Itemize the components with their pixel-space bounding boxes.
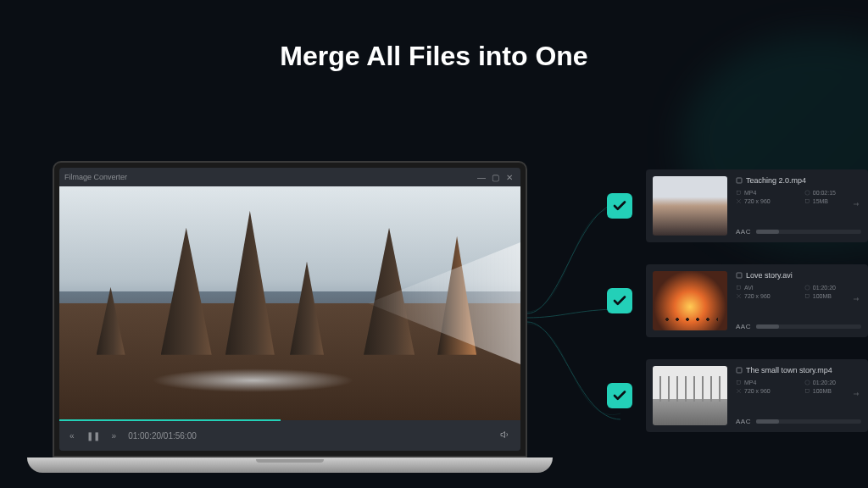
skip-back-button[interactable]: « — [70, 431, 75, 441]
file-checkbox[interactable] — [607, 193, 632, 219]
format-icon — [736, 190, 742, 196]
window-controls: — ▢ ✕ — [476, 173, 515, 182]
file-thumbnail — [653, 176, 727, 236]
file-duration: 01:20:20 — [813, 380, 836, 385]
svg-point-11 — [805, 380, 810, 385]
file-format: AVI — [744, 285, 754, 291]
file-thumbnail — [653, 271, 727, 330]
svg-rect-9 — [737, 368, 742, 373]
file-resolution: 720 x 960 — [744, 198, 771, 204]
size-icon — [804, 293, 810, 299]
file-checkbox[interactable] — [607, 383, 632, 408]
file-card[interactable]: The small town story.mp4 MP4 01:20:20 72… — [646, 359, 868, 432]
codec-progress — [756, 324, 861, 329]
maximize-button[interactable]: ▢ — [489, 173, 501, 182]
laptop-bezel: Filmage Converter — ▢ ✕ — [53, 161, 527, 458]
film-icon — [736, 367, 743, 374]
file-title: Teaching 2.0.mp4 — [746, 176, 806, 185]
size-icon — [804, 198, 810, 204]
file-row: Teaching 2.0.mp4 MP4 00:02:15 720 x 960 … — [607, 169, 868, 242]
resolution-icon — [736, 388, 742, 394]
codec-label: AAC — [736, 323, 751, 330]
format-icon — [736, 285, 742, 291]
file-duration: 01:20:20 — [813, 285, 836, 291]
file-title: The small town story.mp4 — [746, 366, 832, 374]
clock-icon — [804, 190, 810, 196]
file-resolution: 720 x 960 — [744, 388, 771, 394]
file-list: Teaching 2.0.mp4 MP4 00:02:15 720 x 960 … — [607, 169, 868, 432]
svg-rect-2 — [737, 191, 741, 195]
svg-rect-6 — [737, 286, 741, 290]
video-preview[interactable] — [59, 186, 520, 420]
resolution-icon — [736, 293, 742, 299]
file-meta: Teaching 2.0.mp4 MP4 00:02:15 720 x 960 … — [736, 176, 861, 236]
close-button[interactable]: ✕ — [504, 173, 515, 182]
svg-marker-0 — [501, 432, 505, 438]
format-icon — [736, 380, 742, 385]
file-size: 100MB — [813, 388, 832, 394]
file-card[interactable]: Love story.avi AVI 01:20:20 720 x 960 10… — [646, 264, 868, 337]
codec-progress — [756, 230, 861, 234]
skip-forward-button[interactable]: » — [112, 431, 117, 441]
file-format: MP4 — [744, 190, 756, 196]
film-icon — [736, 177, 743, 184]
progress-bar[interactable] — [59, 419, 281, 421]
size-icon — [804, 388, 810, 394]
minimize-button[interactable]: — — [476, 173, 487, 182]
timecode: 01:00:20/01:56:00 — [128, 431, 197, 441]
svg-rect-4 — [805, 199, 809, 202]
file-title: Love story.avi — [746, 271, 793, 280]
file-thumbnail — [653, 366, 727, 425]
file-row: Love story.avi AVI 01:20:20 720 x 960 10… — [607, 264, 868, 337]
convert-arrow-icon[interactable] — [851, 293, 863, 308]
laptop-mockup: Filmage Converter — ▢ ✕ — [53, 161, 527, 473]
pause-button[interactable]: ❚❚ — [86, 431, 100, 441]
file-checkbox[interactable] — [607, 288, 632, 313]
svg-point-7 — [805, 286, 810, 290]
clock-icon — [804, 285, 810, 291]
file-row: The small town story.mp4 MP4 01:20:20 72… — [607, 359, 868, 432]
codec-label: AAC — [736, 228, 751, 236]
file-size: 100MB — [813, 293, 832, 299]
svg-rect-1 — [737, 178, 742, 183]
app-titlebar: Filmage Converter — ▢ ✕ — [59, 168, 520, 186]
file-card[interactable]: Teaching 2.0.mp4 MP4 00:02:15 720 x 960 … — [646, 169, 868, 242]
volume-button[interactable] — [500, 430, 510, 441]
svg-rect-12 — [805, 389, 809, 392]
clock-icon — [804, 380, 810, 385]
convert-arrow-icon[interactable] — [851, 388, 863, 403]
file-format: MP4 — [744, 380, 756, 385]
svg-rect-8 — [805, 294, 809, 297]
codec-label: AAC — [736, 418, 751, 425]
file-meta: The small town story.mp4 MP4 01:20:20 72… — [736, 366, 861, 425]
resolution-icon — [736, 198, 742, 204]
app-title: Filmage Converter — [64, 173, 127, 181]
laptop-base — [27, 458, 553, 473]
hero-title: Merge All Files into One — [0, 41, 868, 72]
svg-rect-5 — [737, 273, 742, 278]
film-icon — [736, 272, 743, 279]
file-duration: 00:02:15 — [813, 190, 836, 196]
codec-progress — [756, 419, 861, 424]
svg-point-3 — [805, 191, 810, 195]
file-meta: Love story.avi AVI 01:20:20 720 x 960 10… — [736, 271, 861, 330]
file-resolution: 720 x 960 — [744, 293, 771, 299]
convert-arrow-icon[interactable] — [851, 198, 863, 214]
app-window: Filmage Converter — ▢ ✕ — [59, 168, 520, 451]
svg-rect-10 — [737, 380, 741, 385]
playback-controls: « ❚❚ » 01:00:20/01:56:00 — [59, 420, 520, 451]
file-size: 15MB — [813, 198, 828, 204]
